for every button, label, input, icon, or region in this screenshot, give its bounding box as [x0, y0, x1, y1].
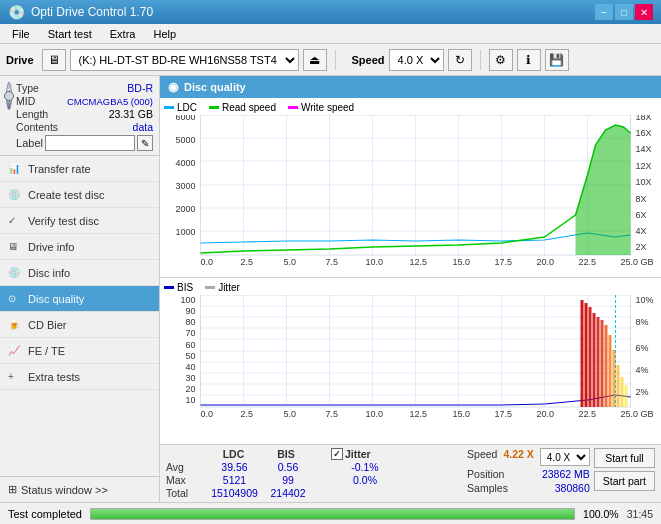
nav-label: CD Bier	[28, 319, 67, 331]
svg-text:70: 70	[185, 328, 195, 338]
nav-label: Drive info	[28, 241, 74, 253]
type-value: BD-R	[127, 82, 153, 94]
status-text: Test completed	[8, 508, 82, 520]
chart-top-wrapper: 6000 5000 4000 3000 2000 1000 18X 16X 14…	[164, 115, 657, 270]
chart-top-legend: LDC Read speed Write speed	[164, 102, 657, 113]
svg-text:7.5: 7.5	[326, 257, 339, 267]
bottom-statusbar: Test completed 100.0% 31:45	[0, 502, 661, 524]
svg-text:4000: 4000	[175, 158, 195, 168]
avg-label: Avg	[166, 461, 206, 473]
svg-rect-89	[589, 307, 592, 407]
sidebar-item-drive-info[interactable]: 🖥 Drive info	[0, 234, 159, 260]
svg-text:16X: 16X	[636, 128, 652, 138]
transfer-rate-icon: 📊	[8, 163, 22, 174]
sidebar-item-create-test-disc[interactable]: 💿 Create test disc	[0, 182, 159, 208]
svg-text:0.0: 0.0	[201, 257, 214, 267]
status-window-label: Status window >>	[21, 484, 108, 496]
settings-button[interactable]: ⚙	[489, 49, 513, 71]
contents-label: Contents	[16, 121, 58, 133]
bis-label: BIS	[177, 282, 193, 293]
jitter-checkbox[interactable]: ✓	[331, 448, 343, 460]
info-button[interactable]: ℹ	[517, 49, 541, 71]
refresh-button[interactable]: ↻	[448, 49, 472, 71]
label-edit-button[interactable]: ✎	[137, 135, 153, 151]
position-label: Position	[467, 468, 504, 480]
disc-quality-header: ◉ Disc quality	[160, 76, 661, 98]
svg-rect-88	[585, 303, 588, 407]
total-ldc: 15104909	[207, 487, 262, 499]
maximize-button[interactable]: □	[615, 4, 633, 20]
sidebar-item-disc-quality[interactable]: ⊙ Disc quality	[0, 286, 159, 312]
svg-text:60: 60	[185, 340, 195, 350]
eject-button[interactable]: ⏏	[303, 49, 327, 71]
nav-label: Disc info	[28, 267, 70, 279]
write-label: Write speed	[301, 102, 354, 113]
svg-text:25.0 GB: 25.0 GB	[621, 257, 654, 267]
drive-select[interactable]: (K:) HL-DT-ST BD-RE WH16NS58 TST4	[70, 49, 299, 71]
legend-ldc: LDC	[164, 102, 197, 113]
start-part-button[interactable]: Start part	[594, 471, 655, 491]
svg-text:18X: 18X	[636, 115, 652, 122]
svg-rect-87	[581, 300, 584, 407]
chart-top: LDC Read speed Write speed	[160, 98, 661, 278]
app-title: Opti Drive Control 1.70	[31, 5, 153, 19]
toolbar-separator2	[480, 50, 481, 70]
jitter-label: Jitter	[218, 282, 240, 293]
sidebar-item-transfer-rate[interactable]: 📊 Transfer rate	[0, 156, 159, 182]
disc-quality-header-icon: ◉	[168, 80, 178, 94]
cd-bier-icon: 🍺	[8, 319, 22, 330]
status-window-button[interactable]: ⊞ Status window >>	[0, 476, 159, 502]
drive-label: Drive	[6, 54, 34, 66]
max-label: Max	[166, 474, 206, 486]
max-bis: 99	[263, 474, 313, 486]
menu-file[interactable]: File	[4, 25, 38, 43]
disc-icon	[6, 82, 12, 110]
svg-text:5.0: 5.0	[284, 409, 297, 419]
samples-label: Samples	[467, 482, 508, 494]
nav-label: Create test disc	[28, 189, 104, 201]
content-area: ◉ Disc quality LDC Read speed	[160, 76, 661, 502]
stat-ldc-header: LDC	[206, 448, 261, 460]
chart-bottom-legend: BIS Jitter	[164, 282, 657, 293]
speed-stat-select[interactable]: 4.0 X	[540, 448, 590, 466]
minimize-button[interactable]: −	[595, 4, 613, 20]
sidebar-item-fe-te[interactable]: 📈 FE / TE	[0, 338, 159, 364]
stat-jitter-header: Jitter	[345, 448, 371, 460]
svg-text:10%: 10%	[636, 295, 654, 305]
menu-start-test[interactable]: Start test	[40, 25, 100, 43]
svg-text:10.0: 10.0	[366, 257, 384, 267]
menu-extra[interactable]: Extra	[102, 25, 144, 43]
svg-text:20.0: 20.0	[537, 409, 555, 419]
sidebar-item-extra-tests[interactable]: + Extra tests	[0, 364, 159, 390]
start-full-button[interactable]: Start full	[594, 448, 655, 468]
progress-fill	[91, 509, 574, 519]
status-window-icon: ⊞	[8, 483, 17, 496]
sidebar-item-cd-bier[interactable]: 🍺 CD Bier	[0, 312, 159, 338]
sidebar-item-disc-info[interactable]: 💿 Disc info	[0, 260, 159, 286]
disc-quality-icon: ⊙	[8, 293, 22, 304]
svg-text:17.5: 17.5	[495, 257, 513, 267]
avg-jitter: -0.1%	[335, 461, 395, 473]
chart-top-svg: 6000 5000 4000 3000 2000 1000 18X 16X 14…	[164, 115, 657, 270]
svg-text:2.5: 2.5	[241, 409, 254, 419]
svg-rect-92	[601, 320, 604, 407]
menu-help[interactable]: Help	[145, 25, 184, 43]
disc-quality-title: Disc quality	[184, 81, 246, 93]
main-area: Type BD-R MID CMCMAGBA5 (000) Length 23.…	[0, 76, 661, 502]
samples-value: 380860	[555, 482, 590, 494]
svg-rect-94	[609, 335, 612, 407]
nav-label: Transfer rate	[28, 163, 91, 175]
close-button[interactable]: ✕	[635, 4, 653, 20]
legend-bis: BIS	[164, 282, 193, 293]
ldc-color-dot	[164, 106, 174, 109]
sidebar-item-verify-test-disc[interactable]: ✓ Verify test disc	[0, 208, 159, 234]
label-input[interactable]	[45, 135, 135, 151]
speed-select[interactable]: 4.0 X	[389, 49, 444, 71]
speed-stat-label: Speed	[467, 448, 497, 466]
drive-icon-btn[interactable]: 🖥	[42, 49, 66, 71]
titlebar-title: 💿 Opti Drive Control 1.70	[8, 4, 153, 20]
save-button[interactable]: 💾	[545, 49, 569, 71]
svg-rect-96	[617, 365, 620, 407]
nav-label: Disc quality	[28, 293, 84, 305]
max-ldc: 5121	[207, 474, 262, 486]
